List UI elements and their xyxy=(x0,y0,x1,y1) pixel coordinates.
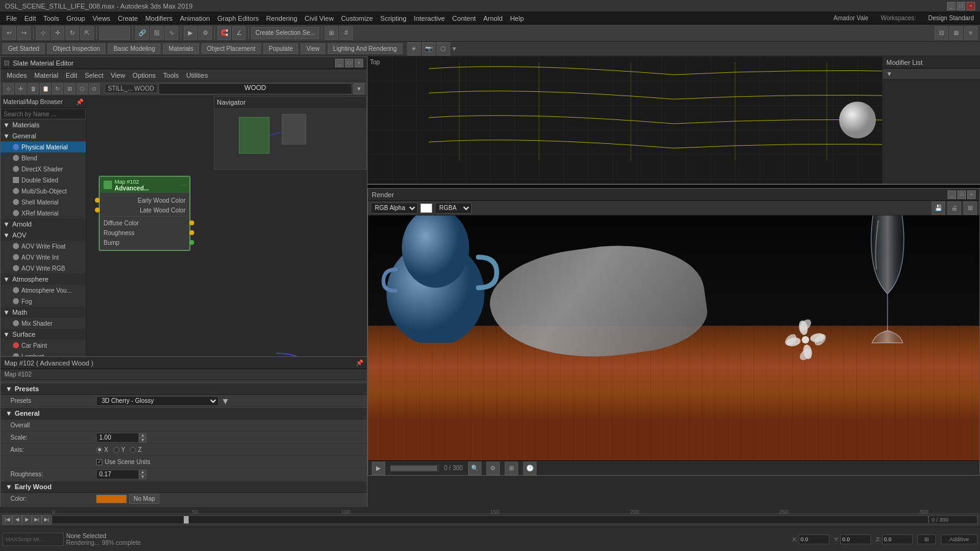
mat-item-shell[interactable]: Shell Material xyxy=(1,197,86,208)
channel-select-rgb[interactable]: RGB Alpha RGB Alpha xyxy=(371,203,418,214)
sme-tb-4[interactable]: 📋 xyxy=(40,83,51,94)
mat-item-multi-sub[interactable]: Multi/Sub-Object xyxy=(1,186,86,197)
rotate-btn[interactable]: ↻ xyxy=(66,26,79,40)
filter-field[interactable]: All xyxy=(99,26,130,40)
props-section-early-wood[interactable]: ▼Early Wood xyxy=(1,481,367,493)
render-maximize-btn[interactable]: □ xyxy=(957,190,966,199)
mat-section-arnold[interactable]: ▼Arnold xyxy=(1,219,86,230)
mat-section-atmosphere[interactable]: ▼Atmosphere xyxy=(1,274,86,285)
mat-section-math[interactable]: ▼Math xyxy=(1,307,86,318)
menu-scripting[interactable]: Scripting xyxy=(377,15,410,22)
scale-btn[interactable]: ⇱ xyxy=(80,26,94,40)
mat-browser-pin[interactable]: 📌 xyxy=(76,99,83,105)
mat-section-aov[interactable]: ▼AOV xyxy=(1,230,86,241)
render-print-btn[interactable]: 🖨 xyxy=(948,201,961,215)
play-btn[interactable]: ▶ xyxy=(22,515,32,525)
set-btn[interactable]: ⬡ xyxy=(437,42,450,56)
unlink-btn[interactable]: ⛓ xyxy=(150,26,164,40)
mat-item-mix-shader[interactable]: Mix Shader xyxy=(1,318,86,329)
menu-modifiers[interactable]: Modifiers xyxy=(141,15,176,22)
navigator-canvas[interactable] xyxy=(214,108,366,169)
axis-z-radio[interactable]: Z xyxy=(130,446,141,453)
undo-btn[interactable]: ↩ xyxy=(2,26,16,40)
link-btn[interactable]: 🔗 xyxy=(135,26,149,40)
angle-snap-btn[interactable]: ∠ xyxy=(232,26,246,40)
render-history-btn[interactable]: 🕐 xyxy=(523,462,537,475)
move-btn[interactable]: ✛ xyxy=(51,26,64,40)
sme-tb-8[interactable]: ⊙ xyxy=(89,83,100,94)
sme-close-btn[interactable]: × xyxy=(355,59,363,67)
node-options-btn[interactable]: ··· xyxy=(181,182,186,188)
mat-section-materials[interactable]: ▼Materials xyxy=(1,119,86,130)
mat-item-physical[interactable]: Physical Material xyxy=(1,141,86,152)
early-color-map-btn[interactable]: No Map xyxy=(129,494,159,504)
render-save-btn[interactable]: 💾 xyxy=(932,201,945,215)
qa-object-inspection[interactable]: Object Inspection xyxy=(47,43,105,54)
presets-expand-icon[interactable]: ▼ xyxy=(221,396,230,406)
render-zoom-btn[interactable]: 🔍 xyxy=(468,462,481,475)
maxscript-input[interactable]: MAXScript Mi... xyxy=(2,533,64,546)
menu-graph-editors[interactable]: Graph Editors xyxy=(214,15,263,22)
menu-civil-view[interactable]: Civil View xyxy=(301,15,337,22)
render-close-btn[interactable]: × xyxy=(967,190,976,199)
grid-btn[interactable]: # xyxy=(339,26,353,40)
axis-y-radio[interactable]: Y xyxy=(113,446,126,453)
mat-item-double-sided[interactable]: Double Sided xyxy=(1,174,86,186)
menu-tools[interactable]: Tools xyxy=(40,15,63,22)
props-section-general[interactable]: ▼General xyxy=(1,407,367,419)
render-tools-btn[interactable]: ⚙ xyxy=(486,462,500,475)
scene-units-checkbox[interactable] xyxy=(96,459,102,465)
qa-populate[interactable]: Populate xyxy=(263,43,298,54)
sme-tb-2[interactable]: ✛ xyxy=(15,83,26,94)
sme-restore-btn[interactable]: □ xyxy=(345,59,353,67)
mat-item-aov-float[interactable]: AOV Write Float xyxy=(1,241,86,252)
select-btn[interactable]: ⊹ xyxy=(36,26,50,40)
sme-minimize-btn[interactable]: _ xyxy=(335,59,344,67)
lighting-btn[interactable]: ☀ xyxy=(407,42,421,56)
camera-btn[interactable]: 📷 xyxy=(422,42,435,56)
sme-menu-edit[interactable]: Edit xyxy=(62,72,81,79)
mat-item-xref[interactable]: XRef Material xyxy=(1,208,86,219)
bind-space-warp-btn[interactable]: ∿ xyxy=(165,26,178,40)
sme-menu-utilities[interactable]: Utilities xyxy=(183,72,211,79)
maximize-btn[interactable]: □ xyxy=(957,2,965,10)
mat-section-general[interactable]: ▼General xyxy=(1,130,86,141)
menu-rendering[interactable]: Rendering xyxy=(263,15,301,22)
props-section-presets[interactable]: ▼Presets xyxy=(1,383,367,395)
axis-x-radio[interactable]: X xyxy=(96,446,108,453)
timeline-track[interactable]: 0 50 100 150 200 250 300 xyxy=(51,515,929,524)
next-frame-btn[interactable]: ▶| xyxy=(32,515,42,525)
roughness-up-btn[interactable]: ▲ xyxy=(139,470,146,474)
menu-content[interactable]: Content xyxy=(448,15,480,22)
sme-menu-view[interactable]: View xyxy=(107,72,129,79)
prev-frame-btn[interactable]: ◀ xyxy=(12,515,22,525)
sme-name-field[interactable]: WOOD xyxy=(159,83,352,94)
selection-set-btn[interactable]: Create Selection Se... xyxy=(251,27,319,39)
mat-search-input[interactable] xyxy=(1,108,86,119)
color-picker-preview[interactable] xyxy=(420,203,432,213)
close-btn[interactable]: × xyxy=(967,2,975,10)
scale-input[interactable] xyxy=(96,433,139,443)
render-play-btn[interactable]: ▶ xyxy=(372,462,385,475)
qa-lighting-rendering[interactable]: Lighting And Rendering xyxy=(328,43,402,54)
node-card[interactable]: Map #102 Advanced... ··· Early Wood Colo… xyxy=(99,176,190,251)
render-setup-btn[interactable]: ⚙ xyxy=(198,26,212,40)
coord-y[interactable] xyxy=(840,534,871,544)
minimize-btn[interactable]: _ xyxy=(947,2,956,10)
presets-dropdown[interactable]: 3D Cherry - Glossy 3D Oak - Matte xyxy=(96,396,219,406)
menu-interactive[interactable]: Interactive xyxy=(410,15,449,22)
sme-tb-1[interactable]: ⊹ xyxy=(3,83,14,94)
menu-arnold[interactable]: Arnold xyxy=(480,15,507,22)
roughness-down-btn[interactable]: ▼ xyxy=(139,474,146,479)
sme-menu-tools[interactable]: Tools xyxy=(159,72,183,79)
early-color-swatch[interactable] xyxy=(96,495,127,503)
sme-menu-options[interactable]: Options xyxy=(129,72,159,79)
sme-tb-7[interactable]: ⬡ xyxy=(77,83,88,94)
mat-item-blend[interactable]: Blend xyxy=(1,152,86,163)
mat-section-surface[interactable]: ▼Surface xyxy=(1,329,86,340)
redo-btn[interactable]: ↪ xyxy=(17,26,31,40)
menu-create[interactable]: Create xyxy=(114,15,141,22)
qa-materials[interactable]: Materials xyxy=(163,43,199,54)
frame-input[interactable]: 0 / 300 xyxy=(929,515,978,524)
scale-down-btn[interactable]: ▼ xyxy=(139,438,146,443)
